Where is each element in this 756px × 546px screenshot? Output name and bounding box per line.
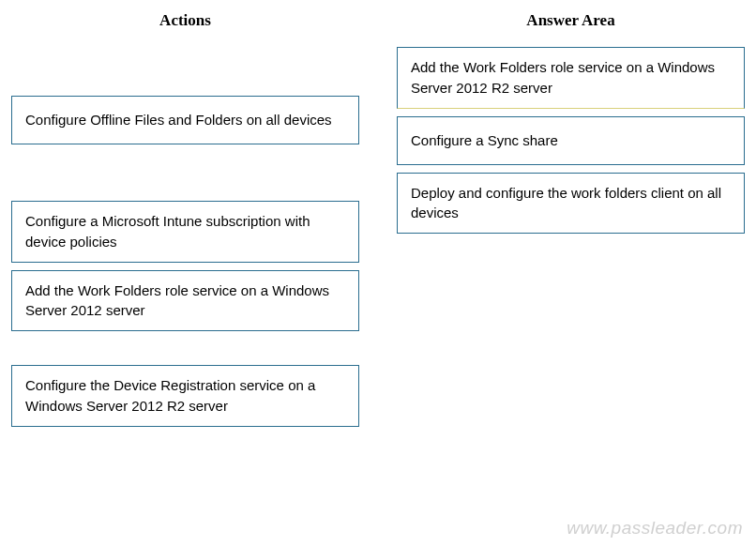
answer-item-label: Add the Work Folders role service on a W… — [411, 57, 731, 99]
actions-column: Actions Configure Offline Files and Fold… — [9, 8, 359, 434]
watermark-text: www.passleader.com — [567, 518, 743, 538]
action-item[interactable]: Add the Work Folders role service on a W… — [11, 270, 359, 332]
action-item-label: Configure a Microsoft Intune subscriptio… — [25, 211, 345, 252]
spacer — [11, 152, 359, 201]
action-item[interactable]: Configure the Device Registration servic… — [11, 365, 359, 427]
action-item-label: Configure Offline Files and Folders on a… — [25, 110, 332, 130]
spacer — [11, 47, 359, 96]
answer-item[interactable]: Deploy and configure the work folders cl… — [397, 173, 745, 235]
action-item-label: Configure the Device Registration servic… — [25, 375, 345, 417]
drag-drop-container: Actions Configure Offline Files and Fold… — [0, 0, 756, 442]
answer-item[interactable]: Configure a Sync share — [397, 116, 745, 165]
actions-header: Actions — [11, 11, 359, 30]
action-item[interactable]: Configure a Microsoft Intune subscriptio… — [11, 201, 359, 263]
answer-item-label: Deploy and configure the work folders cl… — [411, 183, 731, 224]
action-item-label: Add the Work Folders role service on a W… — [25, 281, 345, 322]
action-item[interactable]: Configure Offline Files and Folders on a… — [11, 96, 359, 144]
answer-item[interactable]: Add the Work Folders role service on a W… — [397, 47, 745, 109]
spacer — [11, 339, 359, 365]
answer-header: Answer Area — [397, 11, 745, 30]
answer-item-label: Configure a Sync share — [411, 130, 558, 151]
answer-column: Answer Area Add the Work Folders role se… — [397, 8, 747, 434]
